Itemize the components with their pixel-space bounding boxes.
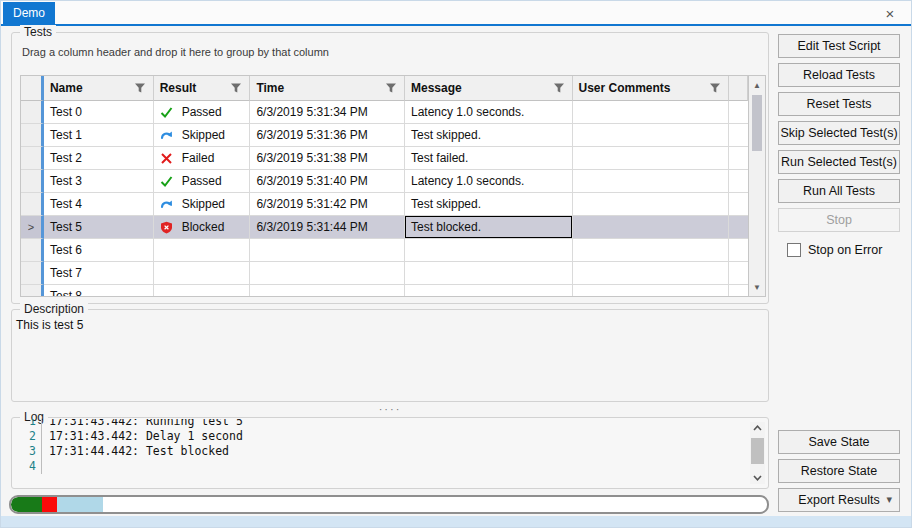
cell-name[interactable]: Test 7	[44, 262, 154, 285]
column-header-time[interactable]: Time	[250, 76, 405, 101]
column-header-result[interactable]: Result	[154, 76, 251, 101]
cell-result[interactable]	[154, 239, 251, 262]
scroll-down-icon[interactable]: ▼	[749, 279, 765, 295]
row-indicator-header	[21, 76, 44, 101]
cell-result[interactable]	[154, 285, 251, 296]
cell-comments[interactable]	[573, 147, 730, 170]
cell-comments[interactable]	[573, 193, 730, 216]
table-row[interactable]: Test 4 Skipped 6/3/2019 5:31:42 PM Test …	[21, 193, 748, 216]
cell-result[interactable]: Skipped	[154, 193, 251, 216]
log-line-text: 17:31:43.442: Running test 5	[42, 419, 243, 429]
scroll-up-icon[interactable]	[750, 422, 765, 434]
cell-message[interactable]	[405, 239, 573, 262]
cell-comments[interactable]	[573, 285, 730, 296]
stop-on-error-checkbox[interactable]	[787, 243, 801, 257]
cell-time[interactable]: 6/3/2019 5:31:34 PM	[250, 101, 405, 124]
cell-comments[interactable]	[573, 170, 730, 193]
filter-icon[interactable]	[134, 82, 147, 95]
cell-comments[interactable]	[573, 239, 730, 262]
table-row[interactable]: Test 6	[21, 239, 748, 262]
cell-message[interactable]: Test failed.	[405, 147, 573, 170]
log-line-text	[42, 459, 49, 474]
cell-result[interactable]: Passed	[154, 170, 251, 193]
run-all-tests-button[interactable]: Run All Tests	[778, 179, 900, 203]
scroll-up-icon[interactable]: ▲	[749, 77, 765, 93]
tab-demo[interactable]: Demo	[3, 2, 55, 24]
cell-name[interactable]: Test 1	[44, 124, 154, 147]
column-label: Message	[411, 81, 462, 95]
restore-state-button[interactable]: Restore State	[778, 459, 900, 483]
cell-result[interactable]: Blocked	[154, 216, 251, 239]
table-row[interactable]: Test 3 Passed 6/3/2019 5:31:40 PM Latenc…	[21, 170, 748, 193]
cell-name[interactable]: Test 8	[44, 285, 154, 296]
cell-comments[interactable]	[573, 216, 730, 239]
edit-test-script-button[interactable]: Edit Test Script	[778, 34, 900, 58]
table-row[interactable]: Test 0 Passed 6/3/2019 5:31:34 PM Latenc…	[21, 101, 748, 124]
run-selected-tests-button[interactable]: Run Selected Test(s)	[778, 150, 900, 174]
cell-message-focused[interactable]: Test blocked.	[405, 216, 573, 239]
reload-tests-button[interactable]: Reload Tests	[778, 63, 900, 87]
cell-message[interactable]	[405, 285, 573, 296]
filter-icon[interactable]	[553, 82, 566, 95]
cell-comments[interactable]	[573, 124, 730, 147]
cell-name[interactable]: Test 0	[44, 101, 154, 124]
cell-comments[interactable]	[573, 101, 730, 124]
log-view[interactable]: 117:31:43.442: Running test 5 217:31:43.…	[16, 419, 744, 486]
cell-message[interactable]: Test skipped.	[405, 124, 573, 147]
cell-time[interactable]: 6/3/2019 5:31:38 PM	[250, 147, 405, 170]
table-row[interactable]: Test 1 Skipped 6/3/2019 5:31:36 PM Test …	[21, 124, 748, 147]
filter-icon[interactable]	[385, 82, 398, 95]
filter-icon[interactable]	[709, 82, 722, 95]
filter-icon[interactable]	[230, 82, 243, 95]
cell-time[interactable]: 6/3/2019 5:31:42 PM	[250, 193, 405, 216]
cell-message[interactable]: Test skipped.	[405, 193, 573, 216]
row-indicator-cell	[21, 124, 44, 147]
stop-button[interactable]: Stop	[778, 208, 900, 232]
reset-tests-button[interactable]: Reset Tests	[778, 92, 900, 116]
table-row-selected[interactable]: > Test 5 Blocked 6/3/2019 5:31:44 PM Tes…	[21, 216, 748, 239]
cell-time[interactable]	[250, 262, 405, 285]
scroll-down-icon[interactable]	[750, 472, 765, 484]
cell-time[interactable]	[250, 239, 405, 262]
window-bottom-edge	[1, 516, 911, 527]
state-panel: Save State Restore State Export Results …	[778, 430, 900, 512]
cell-name[interactable]: Test 3	[44, 170, 154, 193]
close-icon[interactable]: ×	[881, 4, 899, 22]
grid-vertical-scrollbar[interactable]: ▲ ▼	[748, 76, 765, 296]
cell-result[interactable]: Skipped	[154, 124, 251, 147]
stop-on-error-option[interactable]: Stop on Error	[778, 243, 900, 257]
row-indicator-cell: >	[21, 216, 44, 239]
cell-message[interactable]: Latency 1.0 seconds.	[405, 101, 573, 124]
scrollbar-thumb[interactable]	[751, 438, 764, 464]
column-header-message[interactable]: Message	[405, 76, 573, 101]
cell-time[interactable]	[250, 285, 405, 296]
column-header-comments[interactable]: User Comments	[573, 76, 730, 101]
cell-message[interactable]: Latency 1.0 seconds.	[405, 170, 573, 193]
cell-time[interactable]: 6/3/2019 5:31:40 PM	[250, 170, 405, 193]
cell-time[interactable]: 6/3/2019 5:31:44 PM	[250, 216, 405, 239]
export-results-button[interactable]: Export Results ▾	[778, 488, 900, 512]
cell-result[interactable]: Passed	[154, 101, 251, 124]
log-vertical-scrollbar[interactable]	[750, 422, 765, 484]
cell-result[interactable]	[154, 262, 251, 285]
cell-comments[interactable]	[573, 262, 730, 285]
result-label: Skipped	[182, 128, 225, 142]
row-indicator-cell	[21, 193, 44, 216]
test-progress-bar	[9, 495, 769, 514]
cell-name[interactable]: Test 2	[44, 147, 154, 170]
table-row[interactable]: Test 8	[21, 285, 748, 296]
save-state-button[interactable]: Save State	[778, 430, 900, 454]
scrollbar-thumb[interactable]	[752, 95, 762, 151]
cell-time[interactable]: 6/3/2019 5:31:36 PM	[250, 124, 405, 147]
cell-message[interactable]	[405, 262, 573, 285]
column-header-name[interactable]: Name	[44, 76, 154, 101]
cell-name[interactable]: Test 5	[44, 216, 154, 239]
cell-result[interactable]: Failed	[154, 147, 251, 170]
cell-name[interactable]: Test 6	[44, 239, 154, 262]
table-row[interactable]: Test 7	[21, 262, 748, 285]
cell-filler	[729, 170, 748, 193]
splitter-handle[interactable]: ····	[11, 403, 769, 415]
cell-name[interactable]: Test 4	[44, 193, 154, 216]
table-row[interactable]: Test 2 Failed 6/3/2019 5:31:38 PM Test f…	[21, 147, 748, 170]
skip-selected-tests-button[interactable]: Skip Selected Test(s)	[778, 121, 900, 145]
